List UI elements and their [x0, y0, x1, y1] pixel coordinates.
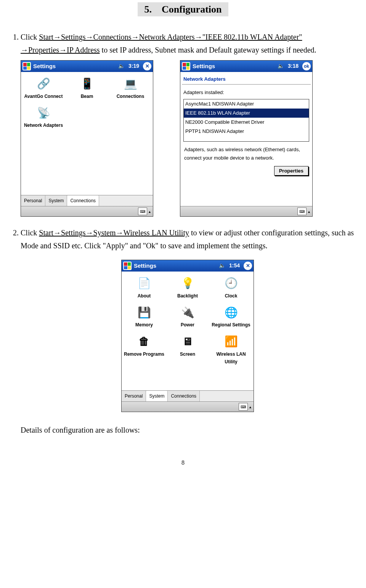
icon-label: Remove Programs — [123, 350, 165, 358]
speaker-icon[interactable] — [278, 62, 284, 71]
screenshot-network-adapters: Settings 3:18 ok Network Adapters Adapte… — [180, 60, 313, 217]
app-icon-network-adapters[interactable]: Network Adapters — [22, 103, 64, 131]
screenshot-connections: Settings 3:19 ✕ AvantGo ConnectBeamConne… — [21, 60, 153, 217]
step-1: Click Start→Settings→Connections→Network… — [21, 30, 355, 217]
sip-bar — [21, 206, 153, 216]
close-button[interactable]: ✕ — [244, 262, 252, 270]
app-icon-regional-settings[interactable]: Regional Settings — [210, 303, 252, 330]
list-item[interactable]: AsyncMac1 NDISWAN Adapter — [184, 99, 309, 109]
about-icon — [136, 275, 152, 291]
page-heading: Network Adapters — [182, 74, 311, 85]
step1-path: Start→Settings→Connections→Network Adapt… — [39, 33, 302, 41]
tab-bar: PersonalSystemConnections — [21, 195, 153, 206]
app-icon-beam[interactable]: Beam — [66, 74, 108, 102]
icon-label: Regional Settings — [210, 321, 252, 329]
power-icon — [180, 304, 196, 320]
titlebar: Settings 1:54 ✕ — [122, 260, 254, 272]
tab-connections[interactable]: Connections — [67, 195, 99, 206]
app-icon-connections[interactable]: Connections — [109, 74, 151, 102]
icon-label: Power — [167, 321, 209, 329]
beam-icon — [79, 76, 95, 92]
adapters-description: Adapters, such as wireless network (Ethe… — [182, 143, 311, 165]
icon-label: Connections — [109, 93, 151, 100]
ok-button[interactable]: ok — [302, 62, 311, 70]
clock: 3:19 — [128, 62, 139, 71]
tab-system[interactable]: System — [146, 391, 168, 401]
tab-connections[interactable]: Connections — [168, 391, 200, 401]
step1-path2: →Properties→IP Address — [21, 46, 100, 54]
clock: 1:54 — [229, 261, 240, 270]
screen-icon — [180, 334, 196, 350]
page-number: 8 — [11, 459, 355, 466]
icon-label: Clock — [210, 292, 252, 300]
close-button[interactable]: ✕ — [143, 62, 151, 70]
icon-label: Wireless LAN Utility — [210, 350, 252, 366]
wlan-icon — [223, 334, 239, 350]
app-icon-backlight[interactable]: Backlight — [167, 274, 209, 301]
app-icon-avantgo-connect[interactable]: AvantGo Connect — [22, 74, 64, 102]
adapters-label: Adapters installed: — [182, 88, 311, 97]
conn-icon — [122, 76, 138, 92]
clock-icon — [223, 275, 239, 291]
section-number: 5. — [144, 4, 152, 15]
icon-label: Backlight — [167, 292, 209, 300]
keyboard-icon[interactable] — [297, 208, 307, 215]
start-icon[interactable] — [22, 62, 31, 70]
app-icon-power[interactable]: Power — [167, 303, 209, 330]
step1-lead: Click — [21, 33, 37, 41]
step-2: Click Start→Settings→System→Wireless LAN… — [21, 226, 355, 436]
start-icon[interactable] — [123, 262, 132, 270]
step1-tail: to set IP address, Subnet mask and Defau… — [102, 46, 316, 54]
section-name: Configuration — [162, 4, 222, 15]
icon-label: AvantGo Connect — [22, 93, 64, 100]
icon-label: About — [123, 292, 165, 300]
remove-icon — [136, 334, 152, 350]
tab-system[interactable]: System — [45, 195, 67, 206]
icon-label: Beam — [66, 93, 108, 100]
details-line: Details of configuration are as follows: — [21, 423, 355, 436]
sip-bar — [180, 206, 312, 216]
up-arrow-icon[interactable] — [308, 207, 310, 216]
adapters-listbox[interactable]: AsyncMac1 NDISWAN AdapterIEEE 802.11b WL… — [183, 99, 309, 142]
app-icon-remove-programs[interactable]: Remove Programs — [123, 332, 165, 368]
backlight-icon — [180, 275, 196, 291]
window-title: Settings — [193, 61, 275, 71]
tab-personal[interactable]: Personal — [21, 195, 45, 206]
netadapt-icon — [35, 105, 51, 121]
avantgo-icon — [35, 76, 51, 92]
titlebar: Settings 3:18 ok — [180, 61, 312, 72]
keyboard-icon[interactable] — [138, 208, 147, 215]
icon-label: Screen — [167, 350, 209, 358]
speaker-icon[interactable] — [219, 261, 225, 270]
app-icon-about[interactable]: About — [123, 274, 165, 301]
icon-label: Memory — [123, 321, 165, 329]
window-title: Settings — [33, 61, 116, 71]
tab-bar: PersonalSystemConnections — [122, 390, 254, 401]
window-title: Settings — [134, 261, 217, 271]
list-item[interactable]: PPTP1 NDISWAN Adapter — [184, 127, 309, 136]
memory-icon — [136, 304, 152, 320]
regional-icon — [223, 304, 239, 320]
clock: 3:18 — [288, 62, 299, 71]
keyboard-icon[interactable] — [239, 403, 248, 411]
list-item[interactable]: IEEE 802.11b WLAN Adapter — [184, 109, 309, 118]
step2-path: Start→Settings→System→Wireless LAN Utili… — [39, 228, 189, 237]
titlebar: Settings 3:19 ✕ — [21, 61, 153, 72]
up-arrow-icon[interactable] — [149, 207, 151, 216]
icon-label: Network Adapters — [22, 121, 64, 129]
properties-button[interactable]: Properties — [274, 166, 308, 176]
app-icon-screen[interactable]: Screen — [167, 332, 209, 368]
speaker-icon[interactable] — [118, 62, 125, 71]
section-title: 5. Configuration — [11, 4, 355, 15]
tab-personal[interactable]: Personal — [122, 391, 146, 401]
step2-lead: Click — [21, 228, 39, 237]
screenshot-system: Settings 1:54 ✕ AboutBacklightClockMemor… — [121, 260, 254, 412]
app-icon-wireless-lan-utility[interactable]: Wireless LAN Utility — [210, 332, 252, 368]
list-item[interactable]: NE2000 Compatible Ethernet Driver — [184, 118, 309, 127]
sip-bar — [122, 401, 254, 412]
app-icon-memory[interactable]: Memory — [123, 303, 165, 330]
start-icon[interactable] — [182, 62, 190, 70]
app-icon-clock[interactable]: Clock — [210, 274, 252, 301]
up-arrow-icon[interactable] — [249, 403, 251, 411]
